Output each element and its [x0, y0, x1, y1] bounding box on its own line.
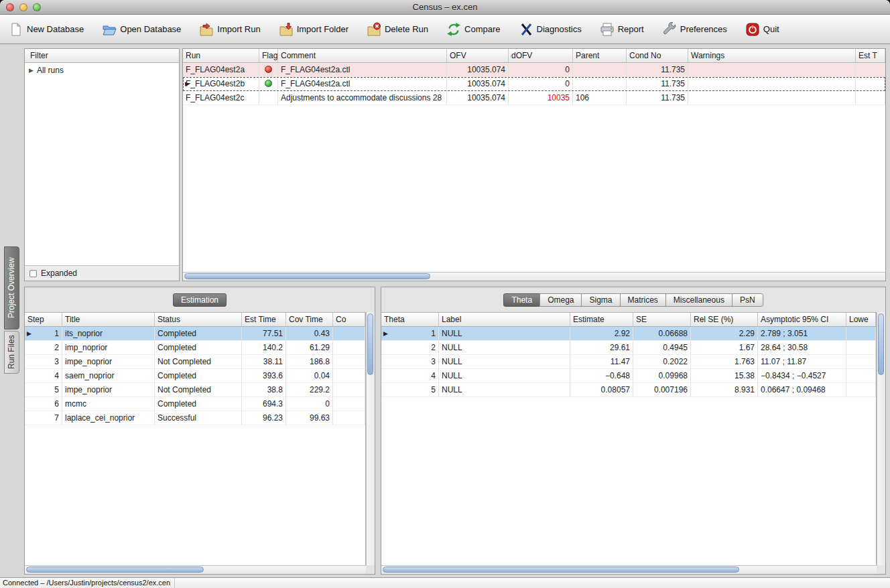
estimation-horizontal-scrollbar[interactable] — [25, 565, 366, 574]
se-cell: 0.09968 — [633, 369, 691, 383]
expanded-checkbox[interactable] — [29, 270, 37, 277]
column-header-estimate[interactable]: Estimate — [570, 313, 633, 326]
toolbar-open-database[interactable]: Open Database — [101, 21, 181, 38]
est-t-cell — [856, 77, 885, 91]
toolbar-compare[interactable]: Compare — [446, 21, 500, 38]
theta-row[interactable]: 2 NULL 29.61 0.4945 1.67 28.64 ; 30.58 — [381, 341, 876, 355]
column-header-status[interactable]: Status — [155, 313, 242, 326]
diagnostics-icon — [518, 21, 534, 38]
zoom-button[interactable] — [33, 3, 41, 11]
scrollbar-thumb[interactable] — [184, 273, 430, 279]
tree-item-all-runs[interactable]: ▶ All runs — [25, 63, 179, 78]
tab-theta[interactable]: Theta — [503, 293, 540, 307]
label-cell: NULL — [439, 369, 570, 383]
est-t-cell — [856, 63, 885, 77]
toolbar-diagnostics[interactable]: Diagnostics — [518, 21, 582, 38]
se-cell: 0.4945 — [633, 341, 691, 355]
co-cell — [333, 341, 365, 355]
scrollbar-thumb[interactable] — [367, 313, 373, 375]
filter-header[interactable]: Filter — [25, 49, 179, 63]
estimation-row[interactable]: 3 impe_noprior Not Completed 38.11 186.8 — [25, 355, 365, 369]
report-icon — [599, 21, 615, 38]
parent-cell — [573, 77, 627, 91]
theta-row[interactable]: 5 NULL 0.08057 0.007196 8.931 0.06647 ; … — [381, 383, 876, 397]
tab-matrices[interactable]: Matrices — [620, 293, 666, 307]
column-header-rel-se[interactable]: Rel SE (%) — [691, 313, 758, 326]
estimation-row[interactable]: 7 laplace_cei_noprior Successful 96.23 9… — [25, 411, 365, 425]
toolbar-report[interactable]: Report — [599, 21, 644, 38]
column-header-run[interactable]: Run — [183, 49, 259, 62]
run-table-header: Run Flag Comment OFV dOFV Parent Cond No… — [183, 49, 885, 63]
toolbar-quit[interactable]: Quit — [745, 21, 779, 38]
rel-se-cell: 15.38 — [691, 369, 758, 383]
column-header-se[interactable]: SE — [633, 313, 691, 326]
title-cell: laplace_cei_noprior — [62, 411, 155, 425]
scrollbar-thumb[interactable] — [26, 567, 204, 573]
theta-horizontal-scrollbar[interactable] — [381, 565, 877, 574]
column-header-title[interactable]: Title — [62, 313, 155, 326]
status-cell: Not Completed — [155, 355, 242, 369]
theta-vertical-scrollbar[interactable] — [877, 312, 885, 565]
tab-omega[interactable]: Omega — [539, 293, 582, 307]
ci-cell: 11.07 ; 11.87 — [758, 355, 846, 369]
se-cell: 0.2022 — [633, 355, 691, 369]
estimation-row[interactable]: 1 its_noprior Completed 77.51 0.43 — [25, 327, 365, 341]
column-header-flag[interactable]: Flag — [259, 49, 278, 62]
step-cell: 6 — [25, 397, 62, 411]
tab-miscellaneous[interactable]: Miscellaneous — [665, 293, 733, 307]
estimation-vertical-scrollbar[interactable] — [366, 312, 375, 565]
toolbar-import-folder[interactable]: Import Folder — [278, 21, 348, 38]
tab-project-overview[interactable]: Project Overview — [4, 246, 19, 329]
theta-row[interactable]: 4 NULL −0.648 0.09968 15.38 −0.8434 ; −0… — [381, 369, 876, 383]
column-header-theta[interactable]: Theta — [381, 313, 439, 326]
theta-row[interactable]: 1 NULL 2.92 0.06688 2.29 2.789 ; 3.051 — [381, 327, 876, 341]
column-header-step[interactable]: Step — [25, 313, 62, 326]
dofv-cell: 0 — [509, 77, 573, 91]
disclosure-triangle-icon[interactable]: ▶ — [29, 67, 34, 74]
run-row[interactable]: F_FLAG04est2b F_FLAG04est2a.ctl 10035.07… — [183, 77, 885, 91]
column-header-cov-time[interactable]: Cov Time — [286, 313, 333, 326]
toolbar-preferences[interactable]: Preferences — [661, 21, 727, 38]
scrollbar-thumb[interactable] — [878, 313, 884, 375]
tab-project-overview-label: Project Overview — [5, 247, 19, 329]
run-row[interactable]: F_FLAG04est2c Adjustments to accommodate… — [183, 91, 885, 105]
column-header-est-time[interactable]: Est Time — [242, 313, 286, 326]
estimation-row[interactable]: 4 saem_noprior Completed 393.6 0.04 — [25, 369, 365, 383]
column-header-warnings[interactable]: Warnings — [688, 49, 856, 62]
column-header-comment[interactable]: Comment — [278, 49, 447, 62]
run-row[interactable]: F_FLAG04est2a F_FLAG04est2a.ctl 10035.07… — [183, 63, 885, 77]
column-header-asymptotic-ci[interactable]: Asymptotic 95% CI — [758, 313, 846, 326]
tab-run-files-label: Run Files — [5, 332, 19, 373]
run-horizontal-scrollbar[interactable] — [183, 272, 885, 281]
filter-panel: Filter ▶ All runs Expanded — [24, 48, 180, 281]
column-header-co[interactable]: Co — [333, 313, 365, 326]
estimation-row[interactable]: 6 mcmc Completed 694.3 0 — [25, 397, 365, 411]
column-header-dofv[interactable]: dOFV — [509, 49, 573, 62]
toolbar-delete-run[interactable]: Delete Run — [366, 21, 428, 38]
estimation-row[interactable]: 5 impe_noprior Not Completed 38.8 229.2 — [25, 383, 365, 397]
column-header-est-t[interactable]: Est T — [856, 49, 885, 62]
scrollbar-thumb[interactable] — [383, 567, 739, 573]
tab-psn[interactable]: PsN — [732, 293, 763, 307]
lowe-cell — [846, 327, 876, 341]
column-header-label[interactable]: Label — [439, 313, 570, 326]
column-header-lowe[interactable]: Lowe — [846, 313, 876, 326]
column-header-ofv[interactable]: OFV — [447, 49, 509, 62]
tab-run-files[interactable]: Run Files — [4, 331, 19, 374]
toolbar-import-run[interactable]: Import Run — [198, 21, 260, 38]
tab-estimation[interactable]: Estimation — [173, 293, 227, 307]
tab-sigma[interactable]: Sigma — [581, 293, 620, 307]
comment-cell: F_FLAG04est2a.ctl — [278, 63, 447, 77]
delete-run-icon — [366, 21, 382, 38]
minimize-button[interactable] — [19, 3, 27, 11]
close-button[interactable] — [6, 3, 14, 11]
column-header-parent[interactable]: Parent — [573, 49, 627, 62]
theta-table: Theta Label Estimate SE Rel SE (%) Asymp… — [381, 312, 877, 565]
estimation-row[interactable]: 2 imp_noprior Completed 140.2 61.29 — [25, 341, 365, 355]
theta-row[interactable]: 3 NULL 11.47 0.2022 1.763 11.07 ; 11.87 — [381, 355, 876, 369]
filter-footer: Expanded — [25, 265, 179, 281]
title-cell: saem_noprior — [62, 369, 155, 383]
status-text: Connected – /Users/Justin/projects/censu… — [0, 578, 175, 588]
column-header-cond-no[interactable]: Cond No — [627, 49, 688, 62]
toolbar-new-database[interactable]: New Database — [8, 21, 84, 38]
